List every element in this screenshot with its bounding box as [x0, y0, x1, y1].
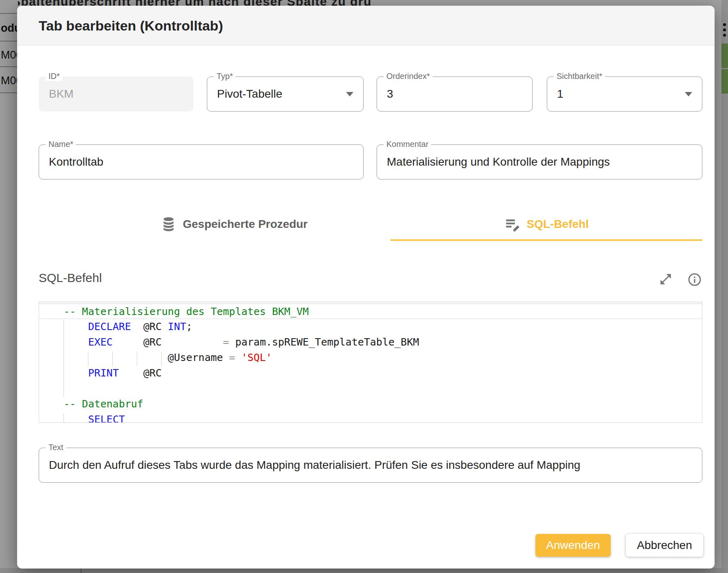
indent-guide [112, 352, 113, 366]
typ-select[interactable]: Typ* Pivot-Tabelle [207, 77, 364, 112]
tab-stored-procedure-label: Gespeicherte Prozedur [183, 218, 308, 231]
typ-select-value: Pivot-Tabelle [217, 87, 339, 101]
expand-button[interactable] [659, 272, 673, 287]
kommentar-field-value: Materialisierung und Kontrolle der Mappi… [387, 155, 695, 168]
name-field-value: Kontrolltab [49, 155, 356, 168]
text-field-label: Text [46, 443, 66, 452]
sql-section-title: SQL-Befehl [39, 271, 102, 285]
sql-code-editor[interactable]: -- Materialisierung des Templates BKM_VM… [39, 302, 702, 423]
code-line: -- Datenabruf [39, 396, 702, 412]
tab-sql-command-label: SQL-Befehl [527, 218, 589, 231]
orderindex-field[interactable]: Orderindex* 3 [377, 77, 533, 112]
tab-sql-command[interactable]: SQL-Befehl [390, 208, 703, 241]
name-field-label: Name* [46, 140, 76, 149]
edit-tab-dialog: Tab bearbeiten (Kontrolltab) ID* BKM Typ… [17, 6, 715, 569]
chevron-down-icon [346, 92, 353, 96]
orderindex-field-label: Orderindex* [384, 72, 433, 81]
code-line: PRINT @RC [39, 365, 702, 381]
text-field-value: Durch den Aufruf dieses Tabs wurde das M… [49, 459, 702, 472]
indent-guide [64, 320, 64, 397]
active-tab-indicator [390, 239, 703, 241]
expand-icon [659, 272, 673, 286]
tab-stored-procedure[interactable]: Gespeicherte Prozedur [78, 208, 390, 241]
playlist-edit-icon [504, 216, 520, 232]
dialog-title: Tab bearbeiten (Kontrolltab) [39, 17, 223, 33]
screen: e Spaltenüberschrift hierher um nach die… [0, 0, 728, 573]
indent-guide [64, 413, 64, 423]
database-icon [161, 216, 176, 232]
sichtbarkeit-select-value: 1 [557, 87, 678, 101]
chevron-down-icon [685, 92, 692, 96]
text-field[interactable]: Text Durch den Aufruf dieses Tabs wurde … [39, 448, 702, 483]
info-button[interactable] [687, 272, 702, 287]
id-field-label: ID* [46, 72, 63, 81]
code-line: EXEC @RC = param.spREWE_TemplateTable_BK… [39, 335, 702, 350]
name-field[interactable]: Name* Kontrolltab [39, 144, 364, 179]
indent-guide [88, 352, 88, 366]
code-line: DECLARE @RC INT; [39, 319, 702, 335]
code-line: @Username = 'SQL' [39, 350, 702, 365]
typ-select-label: Typ* [214, 72, 236, 81]
code-line: SELECT [39, 412, 702, 423]
info-icon [687, 272, 702, 287]
id-field-value: BKM [49, 87, 186, 101]
dialog-header: Tab bearbeiten (Kontrolltab) [17, 6, 715, 46]
sql-code-lines: -- Materialisierung des Templates BKM_VM… [39, 304, 702, 423]
kommentar-field-label: Kommentar [384, 140, 431, 149]
code-line: -- Materialisierung des Templates BKM_VM [39, 304, 702, 319]
cancel-button[interactable]: Abbrechen [626, 534, 703, 557]
id-field: ID* BKM [39, 77, 193, 112]
indent-guide [137, 352, 137, 366]
sichtbarkeit-select-label: Sichtbarkeit* [554, 72, 605, 81]
tab-bar: Gespeicherte Prozedur SQL-Befehl [78, 208, 702, 241]
code-line [39, 381, 702, 396]
apply-button[interactable]: Anwenden [535, 534, 611, 557]
indent-guide [161, 352, 162, 366]
kommentar-field[interactable]: Kommentar Materialisierung und Kontrolle… [377, 144, 702, 179]
sichtbarkeit-select[interactable]: Sichtbarkeit* 1 [547, 77, 702, 112]
orderindex-field-value: 3 [387, 87, 525, 101]
